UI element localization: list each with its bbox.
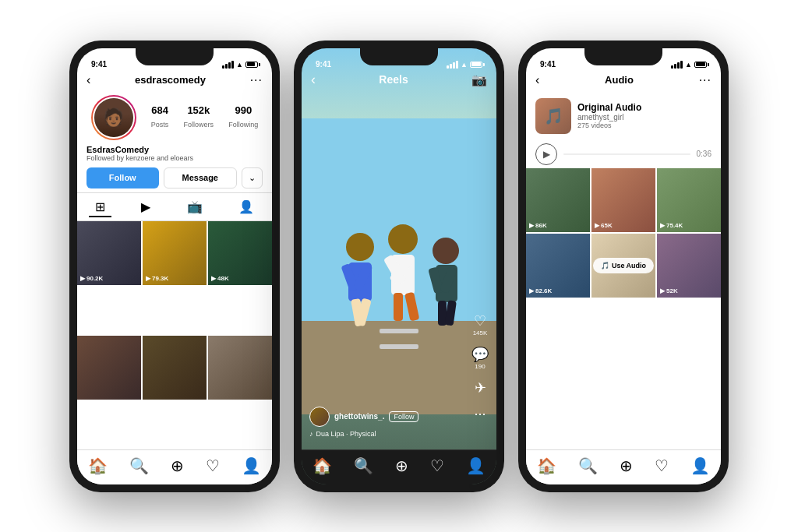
reel-like[interactable]: ♡ 145K xyxy=(473,312,488,336)
audio-grid-wrap: ▶86K ▶65K ▶75.4K ▶82.6K 🎵 Use Audi xyxy=(526,168,721,449)
play-button[interactable]: ▶ xyxy=(535,143,557,165)
grid-cell-5[interactable] xyxy=(143,336,207,400)
reel-user-avatar xyxy=(309,407,330,427)
audio-title-header: Audio xyxy=(539,74,698,86)
menu-button-1[interactable]: ··· xyxy=(250,73,263,87)
profile-grid: ▶90.2K ▶79.3K ▶48K xyxy=(77,221,272,449)
menu-button-3[interactable]: ··· xyxy=(699,73,711,87)
nav-add-1[interactable]: ⊕ xyxy=(171,456,184,475)
like-icon: ♡ xyxy=(474,313,486,329)
profile-avatar-ring: 🧑🏾 xyxy=(91,95,136,140)
reels-header: ‹ Reels 📷 xyxy=(302,70,496,93)
audio-cell-2[interactable]: ▶65K xyxy=(591,168,655,232)
time-2: 9:41 xyxy=(316,60,331,69)
wifi-3: ▲ xyxy=(685,61,692,69)
wifi-2: ▲ xyxy=(461,61,468,69)
signal-2 xyxy=(447,61,458,69)
progress-bar[interactable] xyxy=(563,153,690,155)
phone-3-screen: 9:41 ▲ ‹ Audio ··· xyxy=(526,48,721,484)
bar1-2 xyxy=(447,65,449,69)
bio-name: EsdrasComedy xyxy=(87,145,263,154)
svg-point-4 xyxy=(346,233,374,261)
grid-cell-2[interactable]: ▶79.3K xyxy=(143,221,207,285)
audio-count-2: ▶65K xyxy=(595,222,613,229)
avatar-face: 🧑🏾 xyxy=(94,98,133,137)
audio-cell-6[interactable]: ▶52K xyxy=(657,234,721,298)
tab-grid[interactable]: ⊞ xyxy=(89,198,111,217)
dropdown-button[interactable]: ⌄ xyxy=(242,167,263,188)
reel-comment[interactable]: 💬 190 xyxy=(471,346,489,370)
followers-count: 152k xyxy=(184,104,214,116)
audio-count-4: ▶82.6K xyxy=(529,287,552,294)
comment-count: 190 xyxy=(471,363,489,370)
reel-actions: ♡ 145K 💬 190 ✈ ··· xyxy=(471,312,489,422)
nav-search-3[interactable]: 🔍 xyxy=(578,456,598,475)
stat-followers: 152k Followers xyxy=(184,104,214,130)
bar3-2 xyxy=(453,62,455,69)
reel-username[interactable]: ghettotwins_. xyxy=(334,412,384,421)
profile-bio: EsdrasComedy Followed by kenzoere and el… xyxy=(77,143,272,164)
tab-reels[interactable]: ▶ xyxy=(135,198,157,217)
bar1 xyxy=(222,65,224,69)
profile-actions: Follow Message ⌄ xyxy=(77,164,272,192)
svg-rect-1 xyxy=(302,321,496,414)
follow-button[interactable]: Follow xyxy=(87,167,159,188)
bottom-nav-1: 🏠 🔍 ⊕ ♡ 👤 xyxy=(77,449,272,484)
nav-heart-2[interactable]: ♡ xyxy=(430,456,444,475)
audio-count-1: ▶86K xyxy=(529,222,547,229)
reel-follow-button[interactable]: Follow xyxy=(389,411,418,422)
bar3 xyxy=(228,62,231,69)
nav-home-1[interactable]: 🏠 xyxy=(88,456,108,475)
use-audio-button[interactable]: 🎵 Use Audio xyxy=(593,258,654,273)
tab-tagged[interactable]: 👤 xyxy=(232,198,260,217)
svg-rect-14 xyxy=(394,293,403,321)
battery-3 xyxy=(694,62,707,68)
time-3: 9:41 xyxy=(540,60,556,69)
profile-header: ‹ esdrascomedy ··· xyxy=(77,72,272,92)
audio-duration: 0:36 xyxy=(697,150,711,158)
nav-heart-3[interactable]: ♡ xyxy=(655,456,669,475)
reel-more[interactable]: ··· xyxy=(474,406,486,422)
nav-profile-1[interactable]: 👤 xyxy=(242,456,261,475)
more-icon: ··· xyxy=(474,406,486,421)
reel-user-row: ghettotwins_. Follow xyxy=(309,407,465,427)
back-button-1[interactable]: ‹ xyxy=(87,73,90,87)
nav-search-2[interactable]: 🔍 xyxy=(354,456,373,475)
tab-igtv[interactable]: 📺 xyxy=(181,198,209,217)
message-button[interactable]: Message xyxy=(164,167,238,188)
stat-following: 990 Following xyxy=(228,104,258,130)
share-icon: ✈ xyxy=(475,380,486,396)
nav-profile-3[interactable]: 👤 xyxy=(690,456,710,475)
audio-player: ▶ 0:36 xyxy=(526,140,721,168)
grid-cell-3[interactable]: ▶48K xyxy=(208,221,272,285)
grid-cell-4[interactable] xyxy=(77,336,141,400)
audio-cell-1[interactable]: ▶86K xyxy=(526,168,590,232)
audio-video-count: 275 videos xyxy=(577,122,711,129)
audio-cell-3[interactable]: ▶75.4K xyxy=(657,168,721,232)
grid-cell-1[interactable]: ▶90.2K xyxy=(77,221,141,285)
nav-home-3[interactable]: 🏠 xyxy=(537,456,556,475)
reel-scene-svg xyxy=(302,118,496,414)
nav-add-3[interactable]: ⊕ xyxy=(620,456,633,475)
use-audio-label: Use Audio xyxy=(612,262,646,270)
nav-search-1[interactable]: 🔍 xyxy=(129,456,149,475)
signal-3 xyxy=(671,61,683,69)
audio-grid: ▶86K ▶65K ▶75.4K ▶82.6K 🎵 Use Audi xyxy=(526,168,721,298)
music-note-icon: ♪ xyxy=(309,430,313,438)
audio-track-title: Original Audio xyxy=(577,102,711,113)
nav-home-2[interactable]: 🏠 xyxy=(312,456,332,475)
grid-cell-6[interactable] xyxy=(208,336,272,400)
back-button-2[interactable]: ‹ xyxy=(311,72,316,88)
nav-heart-1[interactable]: ♡ xyxy=(206,456,220,475)
audio-cell-5[interactable]: 🎵 Use Audio xyxy=(591,234,655,298)
bar4 xyxy=(231,61,234,69)
reel-music-text: Dua Lipa · Physical xyxy=(316,430,376,438)
nav-add-2[interactable]: ⊕ xyxy=(395,456,408,475)
profile-avatar[interactable]: 🧑🏾 xyxy=(93,97,135,139)
nav-profile-2[interactable]: 👤 xyxy=(466,456,486,475)
reel-share[interactable]: ✈ xyxy=(475,379,486,396)
audio-cell-4[interactable]: ▶82.6K xyxy=(526,234,590,298)
reel-info: ghettotwins_. Follow ♪ Dua Lipa · Physic… xyxy=(309,407,465,438)
camera-icon[interactable]: 📷 xyxy=(471,72,487,87)
status-icons-2: ▲ xyxy=(447,61,482,69)
